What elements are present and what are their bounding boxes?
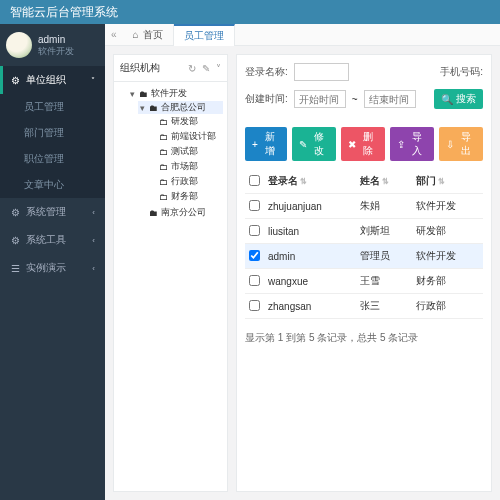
table-row[interactable]: wangxue王雪财务部 <box>245 269 483 294</box>
nav-group-3[interactable]: ☰实例演示‹ <box>0 254 105 282</box>
tree-node[interactable]: 🗀市场部 <box>148 160 223 173</box>
add-button[interactable]: +新增 <box>245 127 287 161</box>
table-row[interactable]: zhujuanjuan朱娟软件开发 <box>245 194 483 219</box>
nav-group-0[interactable]: ⚙单位组织˅ <box>0 66 105 94</box>
export-button[interactable]: ⇩导出 <box>439 127 483 161</box>
nav-item-0-2[interactable]: 职位管理 <box>0 146 105 172</box>
import-button[interactable]: ⇪导入 <box>390 127 434 161</box>
end-time-input[interactable] <box>364 90 416 108</box>
search-label: 搜索 <box>456 92 476 106</box>
home-icon: ⌂ <box>133 29 139 40</box>
upload-icon: ⇪ <box>397 139 405 150</box>
delete-button[interactable]: ✖删除 <box>341 127 385 161</box>
folder-icon: 🖿 <box>149 208 158 218</box>
folder-icon: 🗀 <box>159 162 168 172</box>
top-header: 智能云后台管理系统 <box>0 0 500 24</box>
mobile-label: 手机号码: <box>440 65 483 79</box>
time-label: 创建时间: <box>245 92 288 106</box>
search-icon: 🔍 <box>441 94 453 105</box>
user-block: admin 软件开发 <box>0 24 105 66</box>
cell-login: wangxue <box>264 269 356 294</box>
tree-edit-icon[interactable]: ✎ <box>202 63 210 74</box>
tree-node[interactable]: 🗀测试部 <box>148 145 223 158</box>
content-area: « ⌂首页员工管理 组织机构 ↻ ✎ ˅ ▾🖿软件开发▾🖿合肥总公司🗀研发部🗀前… <box>105 24 500 500</box>
close-icon: ✖ <box>348 139 356 150</box>
cell-dept: 行政部 <box>412 294 483 319</box>
nav-icon: ⚙ <box>10 75 20 86</box>
cell-dept: 财务部 <box>412 269 483 294</box>
nav-group-2[interactable]: ⚙系统工具‹ <box>0 226 105 254</box>
table-row[interactable]: admin管理员软件开发 <box>245 244 483 269</box>
tab-scroll-left[interactable]: « <box>105 29 123 40</box>
nav-group-1[interactable]: ⚙系统管理‹ <box>0 198 105 226</box>
cell-name: 王雪 <box>356 269 412 294</box>
sidebar: admin 软件开发 ⚙单位组织˅员工管理部门管理职位管理文章中心⚙系统管理‹⚙… <box>0 24 105 500</box>
cell-name: 刘斯坦 <box>356 219 412 244</box>
action-toolbar: +新增 ✎修改 ✖删除 ⇪导入 ⇩导出 <box>245 127 483 161</box>
download-icon: ⇩ <box>446 139 454 150</box>
employee-table: 登录名 姓名 部门 zhujuanjuan朱娟软件开发liusitan刘斯坦研发… <box>245 169 483 319</box>
tree-node[interactable]: ▾🖿合肥总公司 <box>138 101 223 114</box>
row-checkbox[interactable] <box>249 225 260 236</box>
cell-login: zhangsan <box>264 294 356 319</box>
nav: ⚙单位组织˅员工管理部门管理职位管理文章中心⚙系统管理‹⚙系统工具‹☰实例演示‹ <box>0 66 105 282</box>
folder-icon: 🗀 <box>159 132 168 142</box>
search-row-2: 创建时间: ~ 🔍 搜索 <box>245 89 483 109</box>
tree-title: 组织机构 <box>120 61 160 75</box>
table-row[interactable]: zhangsan张三行政部 <box>245 294 483 319</box>
plus-icon: + <box>252 139 258 150</box>
folder-icon: 🖿 <box>139 89 148 99</box>
cell-dept: 研发部 <box>412 219 483 244</box>
row-checkbox[interactable] <box>249 250 260 261</box>
user-name: admin <box>38 34 74 46</box>
tab-1[interactable]: 员工管理 <box>174 24 235 46</box>
tree-node[interactable]: 🗀前端设计部 <box>148 130 223 143</box>
chevron-left-icon: ‹ <box>92 264 95 273</box>
tree-toggle-icon[interactable]: ▾ <box>138 103 146 113</box>
tree-refresh-icon[interactable]: ↻ <box>188 63 196 74</box>
folder-icon: 🗀 <box>159 177 168 187</box>
row-checkbox[interactable] <box>249 200 260 211</box>
cell-name: 管理员 <box>356 244 412 269</box>
tree-node[interactable]: 🗀研发部 <box>148 115 223 128</box>
nav-item-0-0[interactable]: 员工管理 <box>0 94 105 120</box>
chevron-down-icon: ˅ <box>91 76 95 85</box>
range-dash: ~ <box>352 94 358 105</box>
tab-bar: « ⌂首页员工管理 <box>105 24 500 46</box>
col-name[interactable]: 姓名 <box>356 169 412 194</box>
folder-icon: 🖿 <box>149 103 158 113</box>
tree-collapse-icon[interactable]: ˅ <box>216 63 221 74</box>
nav-icon: ⚙ <box>10 207 20 218</box>
table-row[interactable]: liusitan刘斯坦研发部 <box>245 219 483 244</box>
tree-node[interactable]: 🗀行政部 <box>148 175 223 188</box>
search-row-1: 登录名称: 手机号码: <box>245 63 483 81</box>
start-time-input[interactable] <box>294 90 346 108</box>
folder-icon: 🗀 <box>159 117 168 127</box>
nav-item-0-3[interactable]: 文章中心 <box>0 172 105 198</box>
cell-name: 张三 <box>356 294 412 319</box>
app-title: 智能云后台管理系统 <box>10 4 118 21</box>
col-login[interactable]: 登录名 <box>264 169 356 194</box>
search-button[interactable]: 🔍 搜索 <box>434 89 483 109</box>
folder-icon: 🗀 <box>159 147 168 157</box>
row-checkbox[interactable] <box>249 275 260 286</box>
select-all-checkbox[interactable] <box>249 175 260 186</box>
tree-node[interactable]: ▾🖿软件开发 <box>128 87 223 100</box>
edit-button[interactable]: ✎修改 <box>292 127 336 161</box>
nav-item-0-1[interactable]: 部门管理 <box>0 120 105 146</box>
cell-login: liusitan <box>264 219 356 244</box>
tree-node[interactable]: 🖿南京分公司 <box>138 206 223 219</box>
tab-0[interactable]: ⌂首页 <box>123 24 174 46</box>
row-checkbox[interactable] <box>249 300 260 311</box>
folder-icon: 🗀 <box>159 192 168 202</box>
user-role: 软件开发 <box>38 46 74 57</box>
tree-node[interactable]: 🗀财务部 <box>148 190 223 203</box>
avatar <box>6 32 32 58</box>
org-tree-panel: 组织机构 ↻ ✎ ˅ ▾🖿软件开发▾🖿合肥总公司🗀研发部🗀前端设计部🗀测试部🗀市… <box>113 54 228 492</box>
nav-icon: ⚙ <box>10 235 20 246</box>
login-input[interactable] <box>294 63 349 81</box>
tree-toggle-icon[interactable]: ▾ <box>128 89 136 99</box>
main-panel: 登录名称: 手机号码: 创建时间: ~ 🔍 搜索 <box>236 54 492 492</box>
col-dept[interactable]: 部门 <box>412 169 483 194</box>
chevron-left-icon: ‹ <box>92 236 95 245</box>
